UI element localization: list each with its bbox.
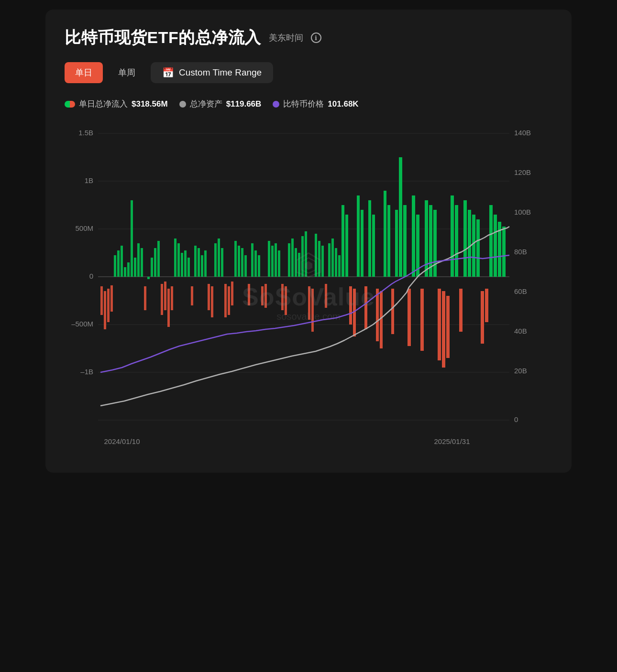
- svg-rect-33: [137, 243, 140, 277]
- header: 比特币现货ETF的总净流入 美东时间 ℹ: [65, 27, 552, 49]
- svg-rect-34: [141, 248, 143, 277]
- svg-text:80B: 80B: [514, 248, 527, 256]
- svg-rect-81: [298, 253, 300, 277]
- svg-rect-40: [161, 284, 163, 315]
- svg-rect-86: [315, 234, 317, 277]
- chart-container: 1.5B 1B 500M 0 –500M –1B 140B 120B 100B …: [65, 119, 552, 454]
- svg-rect-79: [291, 238, 294, 277]
- svg-rect-62: [234, 241, 237, 277]
- legend: 单日总净流入 $318.56M 总净资产 $119.66B 比特币价格 101.…: [65, 98, 552, 109]
- svg-text:0: 0: [514, 415, 518, 423]
- svg-rect-37: [151, 258, 153, 277]
- svg-rect-80: [295, 248, 297, 277]
- svg-rect-87: [318, 241, 320, 277]
- assets-label: 总净资产: [190, 98, 222, 109]
- svg-rect-67: [251, 243, 253, 277]
- svg-rect-31: [131, 200, 133, 277]
- svg-rect-49: [191, 286, 193, 305]
- svg-rect-112: [412, 195, 415, 277]
- svg-rect-85: [311, 289, 314, 332]
- svg-rect-95: [345, 215, 348, 277]
- svg-rect-102: [372, 215, 375, 277]
- svg-text:–1B: –1B: [80, 368, 93, 376]
- info-icon[interactable]: ℹ: [311, 33, 321, 43]
- svg-rect-56: [214, 243, 217, 277]
- svg-rect-78: [288, 243, 290, 277]
- svg-rect-96: [349, 286, 352, 325]
- svg-text:500M: 500M: [75, 224, 93, 232]
- netflow-icon: [65, 101, 75, 108]
- svg-text:60B: 60B: [514, 287, 527, 295]
- svg-rect-73: [271, 246, 274, 277]
- svg-rect-83: [305, 231, 307, 277]
- svg-rect-48: [187, 258, 190, 277]
- svg-rect-55: [211, 286, 213, 317]
- chart-card: 比特币现货ETF的总净流入 美东时间 ℹ 单日 单周 📅 Custom Time…: [45, 10, 572, 473]
- svg-rect-58: [221, 248, 223, 277]
- svg-rect-72: [268, 241, 270, 277]
- svg-rect-113: [416, 215, 419, 277]
- svg-rect-66: [248, 284, 250, 305]
- svg-rect-44: [174, 238, 176, 277]
- svg-rect-127: [476, 219, 480, 277]
- svg-rect-84: [308, 286, 310, 320]
- svg-rect-110: [403, 205, 407, 277]
- svg-rect-69: [258, 255, 260, 277]
- svg-rect-91: [331, 238, 334, 277]
- daily-button[interactable]: 单日: [65, 62, 103, 83]
- svg-text:–500M: –500M: [71, 320, 93, 328]
- svg-rect-101: [368, 200, 371, 277]
- svg-rect-51: [198, 248, 200, 277]
- netflow-label: 单日总净流入: [79, 98, 128, 109]
- legend-item-btc: 比特币价格 101.68K: [273, 98, 358, 109]
- svg-rect-89: [325, 284, 327, 308]
- svg-rect-82: [301, 236, 304, 277]
- svg-rect-68: [254, 250, 257, 277]
- svg-rect-30: [127, 262, 130, 277]
- weekly-button[interactable]: 单周: [108, 62, 146, 83]
- svg-rect-114: [420, 289, 424, 351]
- svg-rect-98: [357, 195, 360, 277]
- netflow-value: $318.56M: [132, 99, 168, 109]
- assets-icon: [179, 101, 186, 108]
- svg-rect-106: [387, 205, 390, 277]
- svg-text:40B: 40B: [514, 327, 527, 335]
- svg-rect-46: [181, 253, 183, 277]
- svg-rect-75: [278, 250, 280, 277]
- svg-rect-94: [342, 205, 344, 277]
- svg-rect-59: [224, 284, 227, 317]
- svg-rect-64: [241, 248, 243, 277]
- svg-rect-123: [459, 289, 463, 332]
- svg-rect-125: [468, 210, 471, 277]
- svg-rect-124: [463, 200, 467, 277]
- svg-rect-27: [117, 250, 120, 277]
- svg-rect-119: [442, 291, 445, 368]
- custom-time-range-button[interactable]: 📅 Custom Time Range: [151, 62, 273, 83]
- svg-rect-121: [451, 195, 454, 277]
- svg-rect-129: [485, 289, 488, 322]
- btc-icon: [273, 101, 279, 108]
- svg-rect-45: [177, 243, 180, 277]
- legend-item-netflow: 单日总净流入 $318.56M: [65, 98, 168, 109]
- svg-rect-41: [164, 282, 166, 310]
- svg-text:1B: 1B: [85, 176, 93, 184]
- svg-text:20B: 20B: [514, 367, 527, 375]
- svg-rect-50: [194, 246, 197, 277]
- svg-rect-130: [489, 205, 493, 277]
- svg-rect-53: [204, 250, 207, 277]
- svg-rect-35: [144, 286, 146, 310]
- btc-label: 比特币价格: [283, 98, 324, 109]
- svg-rect-39: [157, 241, 160, 277]
- svg-rect-70: [261, 286, 264, 305]
- svg-rect-117: [433, 210, 437, 277]
- svg-rect-57: [218, 238, 220, 277]
- svg-rect-126: [472, 215, 475, 277]
- svg-rect-107: [391, 289, 394, 334]
- svg-rect-76: [281, 284, 284, 310]
- svg-rect-74: [275, 243, 277, 277]
- legend-item-assets: 总净资产 $119.66B: [179, 98, 262, 109]
- svg-text:140B: 140B: [514, 129, 531, 137]
- svg-rect-108: [395, 210, 398, 277]
- svg-rect-131: [494, 215, 497, 277]
- svg-text:2025/01/31: 2025/01/31: [434, 437, 470, 445]
